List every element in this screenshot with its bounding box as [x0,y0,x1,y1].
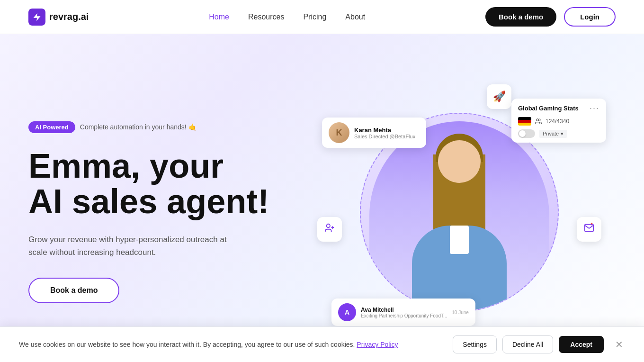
hero-right: 🚀 [303,70,616,354]
cookie-banner: We use cookies on our website to see how… [0,326,644,362]
email-avatar: A [338,303,356,321]
cookie-decline-button[interactable]: Decline All [502,335,553,353]
email-date: 10 June [452,310,469,315]
nav-actions: Book a demo Login [485,7,616,27]
hero-demo-button[interactable]: Book a demo [28,278,119,303]
cookie-text: We use cookies on our website to see how… [19,341,443,348]
rocket-icon: 🚀 [493,90,506,103]
svg-point-0 [327,224,330,227]
close-icon: ✕ [615,339,623,350]
cookie-actions: Settings Decline All Accept [453,335,604,353]
rocket-icon-card: 🚀 [487,84,511,109]
book-demo-button[interactable]: Book a demo [485,7,556,27]
user-role: Sales Directed @BetaFlux [354,134,415,139]
nav-links: Home Resources Pricing About [209,13,365,21]
logo[interactable]: revrag.ai [28,9,89,26]
stats-count: 124/4340 [546,118,569,125]
user-avatar: K [329,122,349,143]
stats-dots: ··· [590,103,599,113]
badge-label: AI Powered [28,121,75,133]
badge-text: Complete automation in your hands! 🤙 [80,123,197,131]
nav-resources[interactable]: Resources [248,13,284,21]
svg-point-4 [591,223,593,225]
hero-title: Emma, your AI sales agent! [28,148,303,220]
add-user-icon [324,223,335,236]
logo-text: revrag.ai [49,11,89,22]
people-icon [535,118,542,125]
private-label: Private [543,131,559,136]
user-info: Karan Mehta Sales Directed @BetaFlux [354,127,415,139]
emma-photo [369,121,549,311]
hero-title-line1: Emma, your [28,147,224,185]
user-name: Karan Mehta [354,127,415,134]
cookie-close-button[interactable]: ✕ [613,337,625,352]
hero-section: AI Powered Complete automation in your h… [0,34,644,362]
hero-left: AI Powered Complete automation in your h… [28,121,303,304]
svg-point-5 [537,119,539,121]
hero-subtitle: Grow your revenue with hyper-personalize… [28,233,227,259]
nav-home[interactable]: Home [209,13,229,21]
stats-row: 124/4340 [518,117,599,126]
emma-body [412,226,507,311]
email-subject: Exciting Partnership Opportunity FoodT..… [361,313,447,318]
stats-card: Global Gaming Stats ··· 124/4340 Private… [511,99,606,143]
nav-pricing[interactable]: Pricing [303,13,326,21]
stats-toggle-row: Private ▾ [518,129,599,138]
hero-title-line2: AI sales agent! [28,182,269,220]
stats-title: Global Gaming Stats [518,105,579,112]
cookie-message: We use cookies on our website to see how… [19,341,355,348]
ai-badge: AI Powered Complete automation in your h… [28,121,197,133]
emma-face [438,140,481,183]
user-card: K Karan Mehta Sales Directed @BetaFlux [322,118,426,148]
chevron-down-icon: ▾ [561,131,564,137]
logo-icon [28,9,45,26]
add-user-icon-card [317,217,342,242]
user-avatar-initials: K [329,122,349,143]
flag-germany [518,117,531,126]
nav-about[interactable]: About [345,13,365,21]
mail-icon-card [577,217,601,242]
private-toggle[interactable] [518,129,535,138]
privacy-policy-link[interactable]: Privacy Policy [357,341,398,348]
private-badge: Private ▾ [539,130,567,138]
emma-collar [450,226,469,254]
email-card: A Ava Mitchell Exciting Partnership Oppo… [331,299,475,326]
email-sender-name: Ava Mitchell [361,307,447,313]
navbar: revrag.ai Home Resources Pricing About B… [0,0,644,34]
email-info: Ava Mitchell Exciting Partnership Opport… [361,307,447,318]
stats-header: Global Gaming Stats ··· [518,103,599,113]
cookie-accept-button[interactable]: Accept [559,336,604,353]
cookie-settings-button[interactable]: Settings [453,335,497,353]
login-button[interactable]: Login [564,7,616,27]
mail-icon [584,223,594,236]
